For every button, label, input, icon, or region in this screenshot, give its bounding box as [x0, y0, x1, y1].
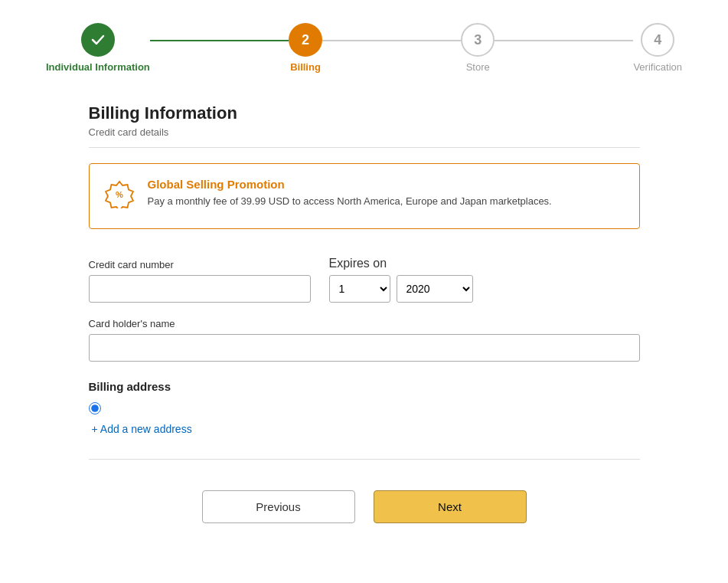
billing-address-section: Billing address + Add a new address — [89, 380, 640, 436]
expires-group: Expires on 1 2 3 4 5 6 7 8 9 10 11 12 — [329, 257, 473, 303]
cardholder-group: Card holder's name — [89, 318, 640, 362]
step-4-circle: 4 — [641, 23, 674, 57]
promo-badge-icon: % — [105, 179, 134, 208]
promotion-title: Global Selling Promotion — [148, 178, 552, 191]
steps-bar: Individual Information 2 Billing 3 Store… — [0, 0, 728, 88]
step-line-2-3 — [322, 40, 461, 41]
credit-card-row: Credit card number Expires on 1 2 3 4 5 … — [89, 257, 640, 303]
promotion-description: Pay a monthly fee of 39.99 USD to access… — [148, 194, 552, 209]
step-1-circle — [81, 23, 115, 57]
promotion-icon: % — [105, 179, 134, 215]
checkmark-icon — [90, 31, 106, 48]
add-address-link[interactable]: + Add a new address — [92, 423, 192, 435]
button-row: Previous Next — [89, 475, 640, 539]
expires-selects: 1 2 3 4 5 6 7 8 9 10 11 12 2020 2021 202… — [329, 275, 473, 303]
step-4: 4 Verification — [633, 23, 682, 73]
cardholder-input[interactable] — [89, 334, 640, 362]
step-3: 3 Store — [461, 23, 495, 73]
section-subtitle: Credit card details — [89, 126, 640, 138]
section-divider — [89, 147, 640, 148]
step-2-circle: 2 — [289, 23, 322, 57]
expires-month-select[interactable]: 1 2 3 4 5 6 7 8 9 10 11 12 — [329, 275, 390, 303]
next-button[interactable]: Next — [374, 490, 527, 523]
credit-card-input[interactable] — [89, 275, 311, 303]
step-2-label: Billing — [290, 61, 321, 73]
expires-year-select[interactable]: 2020 2021 2022 2023 2024 2025 2026 2027 … — [397, 275, 473, 303]
previous-button[interactable]: Previous — [202, 490, 355, 523]
step-1: Individual Information — [46, 23, 150, 73]
step-line-1-2 — [150, 40, 289, 41]
credit-card-group: Credit card number — [89, 259, 311, 303]
promotion-content: Global Selling Promotion Pay a monthly f… — [148, 178, 552, 209]
expires-label: Expires on — [329, 257, 473, 270]
step-3-circle: 3 — [461, 23, 495, 57]
step-line-3-4 — [495, 40, 633, 41]
step-3-label: Store — [466, 61, 490, 73]
cardholder-label: Card holder's name — [89, 318, 640, 329]
main-content: Billing Information Credit card details … — [58, 88, 671, 554]
svg-text:%: % — [116, 190, 123, 199]
step-2: 2 Billing — [289, 23, 322, 73]
step-1-label: Individual Information — [46, 61, 150, 73]
step-4-label: Verification — [633, 61, 682, 73]
bottom-divider — [89, 459, 640, 460]
billing-address-title: Billing address — [89, 380, 640, 393]
section-title: Billing Information — [89, 103, 640, 123]
promotion-box: % Global Selling Promotion Pay a monthly… — [89, 163, 640, 229]
billing-address-radio[interactable] — [89, 402, 101, 414]
radio-row — [89, 402, 640, 414]
credit-card-label: Credit card number — [89, 259, 311, 270]
